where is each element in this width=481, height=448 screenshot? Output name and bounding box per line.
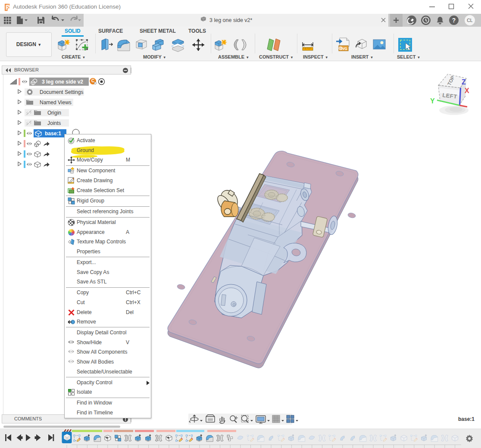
svg-text:3 leg one side v2*: 3 leg one side v2*	[209, 17, 253, 23]
svg-text:Y: Y	[430, 97, 435, 105]
svg-text:CL: CL	[467, 18, 473, 23]
svg-text:Z: Z	[462, 78, 466, 86]
svg-text:X: X	[465, 87, 469, 94]
svg-text:?: ?	[452, 17, 456, 24]
